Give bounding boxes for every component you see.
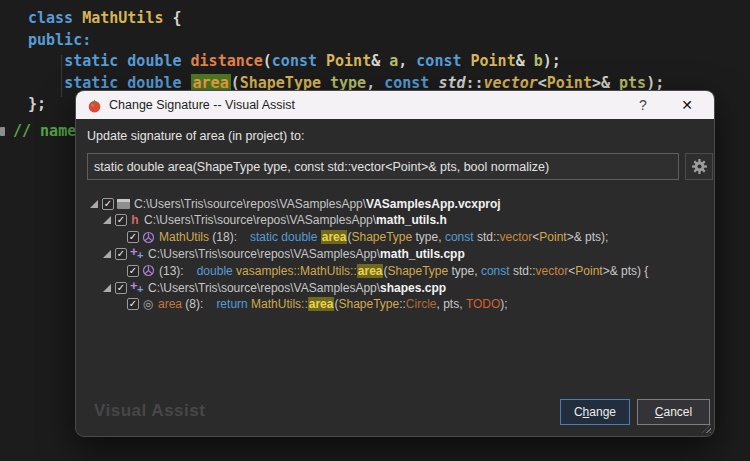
expander-triangle-icon[interactable] — [103, 284, 111, 292]
code-token: type, — [448, 264, 481, 278]
signature-input[interactable] — [87, 153, 679, 180]
code-token: static double — [64, 52, 181, 70]
tree-row[interactable]: ✓++C:\Users\Tris\source\repos\VASamplesA… — [76, 245, 714, 262]
cpp-icon: ++ — [130, 281, 144, 295]
code-token: :: — [399, 297, 406, 311]
help-button[interactable]: ? — [628, 91, 658, 119]
code-token: type — [330, 74, 366, 92]
code-token: >& pts) { — [603, 264, 649, 278]
row-checkbox[interactable]: ✓ — [115, 214, 127, 226]
code-token: C:\Users\Tris\source\repos\VASamplesApp\ — [148, 247, 380, 261]
row-checkbox[interactable]: ✓ — [115, 248, 127, 260]
class-icon — [142, 231, 155, 244]
tree-row[interactable]: ✓C:\Users\Tris\source\repos\VASamplesApp… — [76, 195, 714, 212]
tree-row[interactable]: ✓++C:\Users\Tris\source\repos\VASamplesA… — [76, 279, 714, 296]
expander-triangle-icon[interactable] — [103, 216, 111, 224]
code-token: < — [532, 230, 539, 244]
code-token: & — [516, 52, 534, 70]
code-token: ); — [543, 52, 561, 70]
code-token — [182, 52, 191, 70]
code-token: vector — [500, 230, 533, 244]
clipped-text-fragment — [0, 127, 5, 136]
class-icon — [142, 264, 155, 277]
code-token: Point — [575, 264, 602, 278]
row-checkbox[interactable]: ✓ — [115, 282, 127, 294]
code-token: area — [308, 297, 335, 311]
cpp-icon: ++ — [130, 247, 144, 261]
code-token: return — [216, 297, 247, 311]
code-token: b — [534, 52, 543, 70]
change-button[interactable]: Change — [560, 399, 630, 425]
code-token: class — [28, 9, 73, 27]
code-token: C:\Users\Tris\source\repos\VASamplesApp\ — [148, 281, 380, 295]
code-token: TODO — [466, 297, 500, 311]
code-token: vasamples::MathUtils:: — [236, 264, 357, 278]
code-token: area — [191, 74, 231, 92]
code-token — [462, 52, 471, 70]
screen: class MathUtils {public: static double d… — [0, 0, 750, 461]
code-token: type, — [412, 230, 445, 244]
code-token — [182, 74, 191, 92]
code-token: area — [158, 297, 182, 311]
code-token — [73, 9, 82, 27]
code-token: math_utils.h — [376, 213, 447, 227]
code-token: std:: — [510, 264, 536, 278]
tree-row[interactable]: ✓(13):double vasamples::MathUtils::area(… — [76, 262, 714, 279]
code-token — [28, 74, 64, 92]
code-token: Point — [547, 74, 592, 92]
code-token: < — [568, 264, 575, 278]
expander-triangle-icon[interactable] — [103, 250, 111, 258]
ref-icon: ◎ — [142, 297, 154, 311]
tree-row[interactable]: ✓◎area (8):return MathUtils::area(ShapeT… — [76, 296, 714, 313]
code-token: const — [416, 52, 461, 70]
code-token: ShapeType — [351, 230, 412, 244]
row-checkbox[interactable]: ✓ — [127, 265, 139, 277]
cancel-button[interactable]: Cancel — [637, 399, 710, 425]
tree-row[interactable]: ✓hC:\Users\Tris\source\repos\VASamplesAp… — [76, 212, 714, 229]
resize-grip[interactable] — [702, 424, 711, 433]
code-token: MathUtils — [159, 230, 209, 244]
project-icon — [117, 199, 130, 209]
code-token: vector — [484, 74, 538, 92]
code-line: static double distance(const Point& a, c… — [28, 51, 664, 73]
code-token: >& — [592, 74, 619, 92]
code-token: ( — [263, 52, 272, 70]
code-token: Point — [539, 230, 566, 244]
tree-row[interactable]: ✓MathUtils (18):static double area(Shape… — [76, 229, 714, 246]
dialog-title: Change Signature -- Visual Assist — [109, 98, 295, 112]
expander-triangle-icon[interactable] — [90, 200, 98, 208]
code-token: >& pts); — [567, 230, 609, 244]
code-token: C:\Users\Tris\source\repos\VASamplesApp\ — [134, 197, 366, 211]
visual-assist-tomato-icon — [87, 98, 102, 113]
code-token: shapes.cpp — [380, 281, 446, 295]
indent-guide — [61, 55, 62, 97]
settings-button[interactable] — [685, 153, 713, 180]
code-token: a — [389, 52, 398, 70]
code-token: const — [272, 52, 317, 70]
code-token: vector — [536, 264, 569, 278]
h-icon: h — [130, 213, 140, 227]
code-token: math_utils.cpp — [380, 247, 465, 261]
code-line: public: — [28, 30, 664, 52]
row-checkbox[interactable]: ✓ — [127, 231, 139, 243]
code-token: VASamplesApp.vcxproj — [366, 197, 500, 211]
code-token: area — [357, 264, 384, 278]
code-token: pts — [619, 74, 646, 92]
code-token: Point — [471, 52, 516, 70]
code-token: std — [438, 74, 465, 92]
dialog-titlebar[interactable]: Change Signature -- Visual Assist ? ✕ — [76, 91, 714, 119]
close-icon[interactable]: ✕ — [672, 91, 702, 119]
row-checkbox[interactable]: ✓ — [102, 198, 114, 210]
code-token: (18): — [209, 230, 237, 244]
visual-assist-watermark: Visual Assist — [94, 401, 205, 421]
row-checkbox[interactable]: ✓ — [127, 298, 139, 310]
code-token: , — [398, 52, 416, 70]
code-token: Point — [326, 52, 371, 70]
code-token: distance — [191, 52, 263, 70]
code-token: (8): — [182, 297, 203, 311]
code-token: area — [321, 230, 348, 244]
code-token: , — [366, 74, 384, 92]
code-token: MathUtils — [82, 9, 163, 27]
code-token: { — [163, 9, 181, 27]
code-token: C:\Users\Tris\source\repos\VASamplesApp\ — [144, 213, 376, 227]
